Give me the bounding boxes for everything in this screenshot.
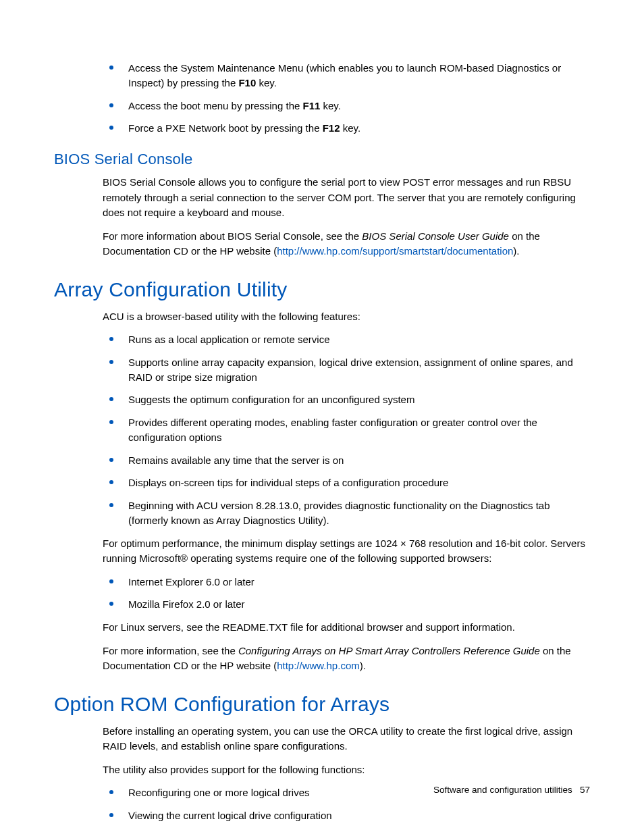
intro-bullets-block: Access the System Maintenance Menu (whic… [103, 61, 590, 136]
body-paragraph: The utility also provides support for th… [103, 762, 590, 778]
body-paragraph: For optimum performance, the minimum dis… [103, 536, 590, 567]
doc-title-italic: Configuring Arrays on HP Smart Array Con… [238, 645, 540, 656]
body-paragraph: ACU is a browser-based utility with the … [103, 309, 590, 325]
heading-option-rom-configuration: Option ROM Configuration for Arrays [54, 693, 590, 716]
link-hp-smartstart-docs[interactable]: http://www.hp.com/support/smartstart/doc… [277, 245, 513, 257]
list-item: Suggests the optimum configuration for a… [103, 392, 590, 407]
heading-bios-serial-console: BIOS Serial Console [54, 151, 590, 168]
text-fragment: For more information about BIOS Serial C… [103, 230, 362, 242]
intro-bullet-list: Access the System Maintenance Menu (whic… [103, 61, 590, 136]
body-paragraph: Before installing an operating system, y… [103, 724, 590, 754]
list-item: Supports online array capacity expansion… [103, 355, 590, 385]
text-fragment: For more information, see the [103, 645, 238, 656]
key-name: F11 [302, 100, 320, 111]
list-item: Force a PXE Network boot by pressing the… [103, 121, 590, 136]
footer-section-title: Software and configuration utilities [433, 785, 572, 795]
acu-content: ACU is a browser-based utility with the … [103, 309, 590, 674]
list-item: Access the boot menu by pressing the F11… [103, 99, 590, 113]
acu-browser-list: Internet Explorer 6.0 or later Mozilla F… [103, 575, 590, 613]
list-item-text-post: key. [256, 77, 277, 88]
list-item-text-post: key. [340, 122, 361, 134]
list-item-text-pre: Access the boot menu by pressing the [128, 100, 302, 111]
list-item-text-pre: Force a PXE Network boot by pressing the [128, 122, 323, 134]
link-hp-website[interactable]: http://www.hp.com [277, 660, 360, 671]
page-footer: Software and configuration utilities 57 [433, 785, 590, 795]
list-item-text-pre: Access the System Maintenance Menu (whic… [128, 62, 561, 88]
list-item: Mozilla Firefox 2.0 or later [103, 597, 590, 612]
heading-array-configuration-utility: Array Configuration Utility [54, 278, 590, 301]
list-item: Deleting a logical drive configuration [103, 831, 590, 835]
body-paragraph: BIOS Serial Console allows you to config… [103, 175, 590, 221]
key-name: F10 [238, 77, 256, 88]
list-item: Displays on-screen tips for individual s… [103, 475, 590, 490]
list-item: Remains available any time that the serv… [103, 453, 590, 468]
body-paragraph: For more information about BIOS Serial C… [103, 229, 590, 259]
text-fragment: ). [360, 660, 366, 671]
list-item: Viewing the current logical drive config… [103, 808, 590, 823]
list-item: Access the System Maintenance Menu (whic… [103, 61, 590, 90]
body-paragraph: For Linux servers, see the README.TXT fi… [103, 620, 590, 635]
orca-content: Before installing an operating system, y… [103, 724, 590, 835]
text-fragment: ). [513, 245, 519, 257]
doc-title-italic: BIOS Serial Console User Guide [362, 230, 509, 242]
list-item: Beginning with ACU version 8.28.13.0, pr… [103, 498, 590, 528]
list-item: Internet Explorer 6.0 or later [103, 575, 590, 590]
list-item-text-post: key. [320, 100, 341, 111]
page-body: Access the System Maintenance Menu (whic… [0, 0, 644, 834]
list-item: Runs as a local application or remote se… [103, 332, 590, 347]
list-item: Provides different operating modes, enab… [103, 415, 590, 445]
body-paragraph: For more information, see the Configurin… [103, 644, 590, 674]
acu-feature-list: Runs as a local application or remote se… [103, 332, 590, 528]
bios-content: BIOS Serial Console allows you to config… [103, 175, 590, 259]
key-name: F12 [323, 122, 340, 134]
footer-page-number: 57 [580, 785, 590, 795]
